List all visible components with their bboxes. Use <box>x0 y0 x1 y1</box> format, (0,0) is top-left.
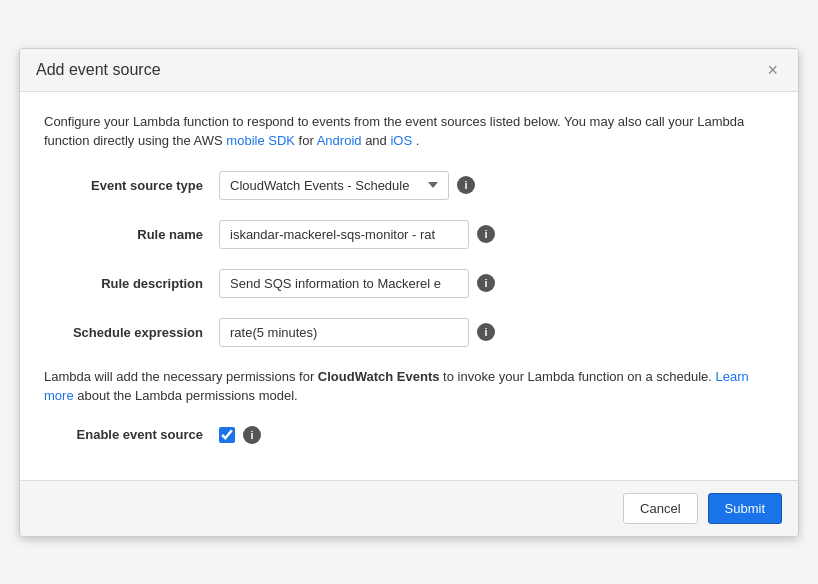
schedule-expression-row: Schedule expression i <box>44 318 774 347</box>
rule-description-input[interactable] <box>219 269 469 298</box>
permission-prefix: Lambda will add the necessary permission… <box>44 369 318 384</box>
enable-event-source-info-icon[interactable]: i <box>243 426 261 444</box>
close-button[interactable]: × <box>763 61 782 79</box>
rule-name-label: Rule name <box>44 227 219 242</box>
rule-description-row: Rule description i <box>44 269 774 298</box>
ios-link[interactable]: iOS <box>390 133 412 148</box>
intro-text-end: . <box>416 133 420 148</box>
enable-event-source-label: Enable event source <box>44 427 219 442</box>
event-source-type-row: Event source type CloudWatch Events - Sc… <box>44 171 774 200</box>
permission-text: Lambda will add the necessary permission… <box>44 367 774 406</box>
schedule-expression-label: Schedule expression <box>44 325 219 340</box>
dialog-footer: Cancel Submit <box>20 480 798 536</box>
enable-event-source-wrapper: i <box>219 426 261 444</box>
permission-bold: CloudWatch Events <box>318 369 440 384</box>
android-link[interactable]: Android <box>317 133 362 148</box>
cancel-button[interactable]: Cancel <box>623 493 697 524</box>
intro-text-and: and <box>365 133 390 148</box>
dialog-title: Add event source <box>36 61 161 79</box>
submit-button[interactable]: Submit <box>708 493 782 524</box>
event-source-type-label: Event source type <box>44 178 219 193</box>
rule-description-wrapper: i <box>219 269 495 298</box>
enable-event-source-checkbox[interactable] <box>219 427 235 443</box>
intro-text-middle: for <box>299 133 317 148</box>
rule-name-wrapper: i <box>219 220 495 249</box>
mobile-sdk-link[interactable]: mobile SDK <box>226 133 295 148</box>
event-source-type-select[interactable]: CloudWatch Events - Schedule S3 DynamoDB… <box>219 171 449 200</box>
dialog-body: Configure your Lambda function to respon… <box>20 92 798 480</box>
rule-name-input[interactable] <box>219 220 469 249</box>
schedule-expression-wrapper: i <box>219 318 495 347</box>
schedule-expression-input[interactable] <box>219 318 469 347</box>
permission-suffix: about the Lambda permissions model. <box>77 388 297 403</box>
schedule-expression-info-icon[interactable]: i <box>477 323 495 341</box>
dialog-header: Add event source × <box>20 49 798 92</box>
rule-name-row: Rule name i <box>44 220 774 249</box>
add-event-source-dialog: Add event source × Configure your Lambda… <box>19 48 799 537</box>
rule-description-info-icon[interactable]: i <box>477 274 495 292</box>
rule-name-info-icon[interactable]: i <box>477 225 495 243</box>
rule-description-label: Rule description <box>44 276 219 291</box>
event-source-type-wrapper: CloudWatch Events - Schedule S3 DynamoDB… <box>219 171 475 200</box>
permission-middle: to invoke your Lambda function on a sche… <box>443 369 715 384</box>
event-source-type-info-icon[interactable]: i <box>457 176 475 194</box>
enable-event-source-row: Enable event source i <box>44 426 774 444</box>
intro-text: Configure your Lambda function to respon… <box>44 112 774 151</box>
